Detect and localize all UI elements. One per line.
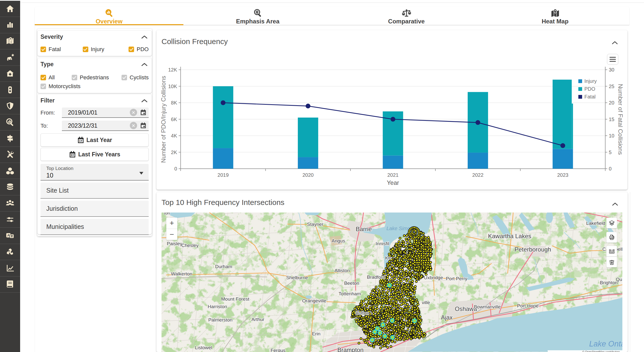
svg-text:Ke: Ke [385, 255, 391, 261]
svg-text:Alliston: Alliston [334, 268, 350, 273]
svg-text:4K: 4K [171, 133, 177, 138]
svg-text:Arthur: Arthur [251, 317, 264, 322]
svg-text:Bowmanville: Bowmanville [474, 304, 501, 309]
svg-text:Fatal: Fatal [584, 94, 595, 99]
svg-text:8K: 8K [171, 100, 177, 105]
svg-text:Uxbridge: Uxbridge [424, 275, 443, 280]
svg-text:5: 5 [609, 150, 612, 155]
svg-text:Stayner: Stayner [307, 222, 324, 227]
svg-text:Durham: Durham [215, 264, 232, 269]
svg-text:Injury: Injury [584, 78, 597, 84]
svg-text:Number of Fatal Collisions: Number of Fatal Collisions [617, 84, 624, 155]
svg-text:2K: 2K [171, 150, 177, 155]
svg-text:2021: 2021 [387, 172, 399, 178]
svg-text:Kawartha Lakes: Kawartha Lakes [488, 233, 531, 239]
svg-text:Bolton: Bolton [355, 310, 369, 316]
svg-text:Orangeville: Orangeville [302, 298, 326, 303]
svg-text:© OpenStreetMap contributors: © OpenStreetMap contributors [582, 350, 620, 352]
svg-text:Number of PDO/Injury Collision: Number of PDO/Injury Collisions [160, 76, 167, 163]
svg-text:5Y: 5Y [71, 154, 74, 157]
svg-text:Listowel: Listowel [195, 345, 212, 350]
svg-text:Mount Forest: Mount Forest [221, 296, 250, 302]
svg-text:Harriston: Harriston [208, 304, 227, 309]
svg-text:Peterborough: Peterborough [514, 246, 551, 253]
svg-text:Year: Year [387, 179, 399, 186]
svg-text:PDO: PDO [584, 86, 595, 92]
svg-text:Port Perry: Port Perry [446, 276, 467, 281]
svg-text:Brampton: Brampton [337, 346, 364, 352]
svg-text:Ajax: Ajax [441, 314, 453, 321]
svg-text:15: 15 [609, 117, 614, 122]
svg-text:2023: 2023 [557, 172, 569, 178]
svg-text:10: 10 [609, 133, 614, 138]
svg-text:Paisley: Paisley [167, 241, 182, 246]
svg-text:Bradford: Bradford [367, 274, 385, 280]
svg-text:Innisfil: Innisfil [376, 241, 389, 246]
svg-text:6K: 6K [171, 117, 177, 122]
svg-text:0: 0 [174, 166, 177, 171]
svg-text:Port Hope: Port Hope [517, 303, 539, 308]
svg-text:12K: 12K [168, 67, 177, 73]
svg-text:Tottenham: Tottenham [339, 291, 361, 296]
svg-text:0: 0 [609, 166, 612, 171]
svg-text:Lake Ontar: Lake Ontar [589, 339, 622, 348]
svg-text:2020: 2020 [302, 172, 314, 178]
svg-text:Lakefield: Lakefield [586, 221, 605, 226]
svg-text:1Y: 1Y [79, 139, 82, 142]
svg-text:30: 30 [609, 67, 614, 73]
svg-text:Beeton: Beeton [344, 280, 359, 286]
svg-text:Shelburne: Shelburne [286, 275, 308, 280]
svg-text:ton: ton [164, 213, 170, 216]
svg-text:Chesley: Chesley [181, 243, 199, 248]
svg-text:Palmerston: Palmerston [208, 317, 232, 323]
svg-text:Walkerton: Walkerton [171, 271, 192, 276]
svg-text:A: A [7, 233, 10, 237]
svg-text:2019: 2019 [218, 172, 229, 178]
svg-text:Quinte: Quinte [616, 277, 622, 282]
svg-text:ville: ville [422, 300, 430, 305]
svg-text:2022: 2022 [472, 172, 484, 178]
svg-text:Fergus: Fergus [270, 348, 285, 352]
svg-text:Barrie: Barrie [356, 226, 372, 232]
svg-text:10K: 10K [168, 84, 177, 89]
svg-text:Angus: Angus [332, 238, 345, 243]
svg-text:20: 20 [609, 100, 614, 105]
svg-text:Erin: Erin [312, 331, 320, 336]
svg-text:Brighton: Brighton [600, 280, 618, 285]
svg-text:25: 25 [609, 84, 614, 89]
